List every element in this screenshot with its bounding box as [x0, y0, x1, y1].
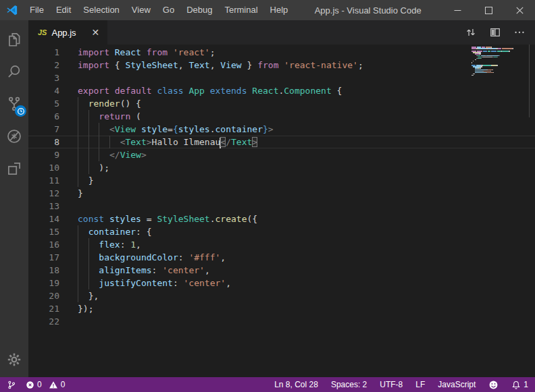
activity-extensions-button[interactable]: [0, 152, 28, 185]
status-source-control[interactable]: [7, 380, 16, 390]
editor[interactable]: 1import React from 'react';2import { Sty…: [28, 45, 535, 377]
files-icon: [5, 30, 23, 48]
activity-source-control-button[interactable]: [0, 88, 28, 120]
menu-view[interactable]: View: [126, 0, 157, 20]
line-number[interactable]: 20: [28, 289, 59, 302]
code-text: <View style={styles.container}>: [78, 123, 274, 136]
line-number[interactable]: 1: [28, 46, 59, 59]
activity-explorer-button[interactable]: [0, 23, 28, 55]
code-line[interactable]: 22: [28, 315, 535, 328]
sync-changes-icon[interactable]: [464, 26, 478, 39]
gear-icon: [5, 351, 23, 368]
code-line[interactable]: 17 backgroundColor: '#fff',: [28, 251, 535, 264]
minimap[interactable]: [472, 47, 515, 78]
code-line[interactable]: 12}: [28, 187, 535, 200]
line-number[interactable]: 4: [28, 84, 59, 97]
code-line[interactable]: 10 );: [28, 161, 535, 174]
line-number[interactable]: 13: [28, 200, 59, 213]
code-line[interactable]: 15 container: {: [28, 225, 535, 238]
status-eol[interactable]: LF: [415, 380, 425, 389]
status-language-mode[interactable]: JavaScript: [438, 380, 476, 389]
code-line[interactable]: 5 render() {: [28, 97, 535, 110]
line-number[interactable]: 12: [28, 187, 59, 200]
code-line[interactable]: 13: [28, 200, 535, 213]
line-number[interactable]: 21: [28, 302, 59, 315]
code-line[interactable]: 20 },: [28, 289, 535, 302]
code-line[interactable]: 18 alignItems: 'center',: [28, 264, 535, 277]
code-line[interactable]: 7 <View style={styles.container}>: [28, 123, 535, 136]
code-line[interactable]: 9 </View>: [28, 148, 535, 161]
line-number[interactable]: 6: [28, 110, 59, 123]
maximize-button[interactable]: [473, 0, 504, 20]
line-number[interactable]: 18: [28, 264, 59, 277]
code-area[interactable]: 1import React from 'react';2import { Sty…: [28, 45, 535, 377]
activity-debug-button[interactable]: [0, 120, 28, 152]
code-line[interactable]: 11 }: [28, 174, 535, 187]
maximize-icon: [485, 7, 492, 14]
activity-bar: [0, 20, 28, 377]
code-text: <Text>Hallo Ilmenau</Text>: [78, 136, 257, 148]
more-actions-icon[interactable]: [513, 26, 526, 39]
code-line[interactable]: 2import { StyleSheet, Text, View } from …: [28, 59, 535, 72]
code-line[interactable]: 6 return (: [28, 110, 535, 123]
code-line[interactable]: 1import React from 'react';: [28, 46, 535, 59]
code-text: const styles = StyleSheet.create({: [78, 213, 257, 225]
minimize-icon: [454, 7, 461, 14]
line-number[interactable]: 16: [28, 238, 59, 251]
code-line[interactable]: 14const styles = StyleSheet.create({: [28, 213, 535, 225]
code-text: flex: 1,: [78, 238, 141, 251]
code-text: return (: [78, 110, 141, 123]
line-number[interactable]: 22: [28, 315, 59, 328]
overview-ruler: [529, 45, 530, 117]
code-text: }: [78, 174, 93, 187]
close-icon: [516, 7, 524, 14]
menu-edit[interactable]: Edit: [50, 0, 77, 20]
tab-close-button[interactable]: ✕: [92, 28, 100, 37]
line-number[interactable]: 10: [28, 161, 59, 174]
title-bar: File Edit Selection View Go Debug Termin…: [0, 0, 535, 20]
status-indentation[interactable]: Spaces: 2: [331, 380, 367, 389]
code-line[interactable]: 21});: [28, 302, 535, 315]
menu-selection[interactable]: Selection: [77, 0, 125, 20]
code-text: },: [78, 289, 99, 302]
code-line[interactable]: 16 flex: 1,: [28, 238, 535, 251]
code-line[interactable]: 8 <Text>Hallo Ilmenau</Text>: [28, 136, 535, 148]
status-encoding[interactable]: UTF-8: [380, 380, 403, 389]
line-number[interactable]: 15: [28, 225, 59, 238]
menu-file[interactable]: File: [24, 0, 50, 20]
line-number[interactable]: 19: [28, 277, 59, 289]
line-number[interactable]: 9: [28, 148, 59, 161]
notification-count: 1: [524, 380, 528, 389]
notifications-bell-button[interactable]: 1: [511, 380, 528, 390]
line-number[interactable]: 3: [28, 72, 59, 84]
tab-appjs[interactable]: JS App.js ✕: [28, 20, 107, 45]
split-editor-icon[interactable]: [488, 26, 502, 39]
code-text: justifyContent: 'center',: [78, 277, 231, 289]
window-title: App.js - Visual Studio Code: [294, 5, 442, 16]
line-number[interactable]: 7: [28, 123, 59, 136]
close-window-button[interactable]: [504, 0, 535, 20]
feedback-smiley-button[interactable]: [488, 380, 499, 390]
line-number[interactable]: 17: [28, 251, 59, 264]
code-line[interactable]: 3: [28, 72, 535, 84]
menu-terminal[interactable]: Terminal: [218, 0, 263, 20]
code-text: });: [78, 302, 93, 315]
line-number[interactable]: 11: [28, 174, 59, 187]
code-line[interactable]: 19 justifyContent: 'center',: [28, 277, 535, 289]
manage-settings-button[interactable]: [0, 343, 28, 376]
status-cursor-position[interactable]: Ln 8, Col 28: [274, 380, 318, 389]
line-number[interactable]: 8: [28, 136, 59, 148]
menu-debug[interactable]: Debug: [180, 0, 218, 20]
line-number[interactable]: 14: [28, 213, 59, 225]
menu-help[interactable]: Help: [264, 0, 295, 20]
status-problems[interactable]: 0 0: [26, 380, 65, 389]
menu-go[interactable]: Go: [157, 0, 180, 20]
extensions-icon: [5, 160, 23, 177]
code-line[interactable]: 4export default class App extends React.…: [28, 84, 535, 97]
code-text: import React from 'react';: [78, 46, 215, 59]
code-text: </View>: [78, 148, 147, 161]
line-number[interactable]: 5: [28, 97, 59, 110]
activity-search-button[interactable]: [0, 55, 28, 88]
minimize-button[interactable]: [442, 0, 473, 20]
line-number[interactable]: 2: [28, 59, 59, 72]
